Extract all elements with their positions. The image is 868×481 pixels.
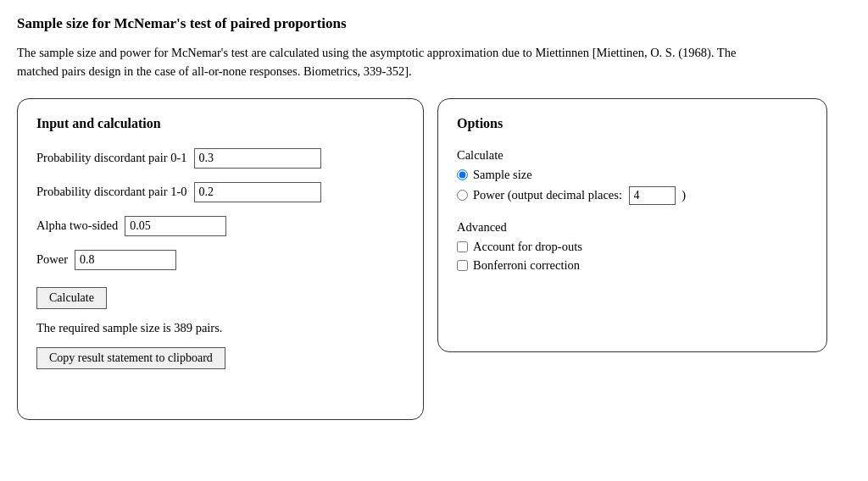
- power-radio-label[interactable]: Power (output decimal places: ): [473, 186, 686, 205]
- alpha-label: Alpha two-sided: [36, 218, 118, 233]
- alpha-row: Alpha two-sided: [36, 216, 404, 236]
- sample-size-radio-label[interactable]: Sample size: [473, 168, 532, 182]
- prob-01-label: Probability discordant pair 0-1: [36, 151, 187, 165]
- power-radio[interactable]: [457, 190, 468, 201]
- dropouts-checkbox[interactable]: [457, 241, 468, 252]
- sample-size-radio-row: Sample size: [457, 168, 808, 182]
- bonferroni-label[interactable]: Bonferroni correction: [473, 258, 580, 273]
- calculate-button[interactable]: Calculate: [36, 287, 107, 309]
- calculate-section: Calculate Sample size Power (output deci…: [457, 148, 808, 205]
- prob-10-input[interactable]: [194, 182, 321, 202]
- power-radio-paren: ): [682, 188, 686, 202]
- prob-10-row: Probability discordant pair 1-0: [36, 182, 404, 202]
- dropouts-checkbox-row: Account for drop-outs: [457, 240, 808, 254]
- page-description: The sample size and power for McNemar's …: [17, 44, 780, 81]
- power-radio-row: Power (output decimal places: ): [457, 186, 808, 205]
- left-panel: Input and calculation Probability discor…: [17, 98, 424, 420]
- power-label: Power: [36, 252, 68, 267]
- dropouts-label[interactable]: Account for drop-outs: [473, 240, 582, 254]
- right-panel: Options Calculate Sample size Power (out…: [437, 98, 827, 352]
- alpha-input[interactable]: [125, 216, 226, 236]
- page-title: Sample size for McNemar's test of paired…: [17, 15, 851, 32]
- prob-10-label: Probability discordant pair 1-0: [36, 185, 187, 199]
- advanced-section: Advanced Account for drop-outs Bonferron…: [457, 220, 808, 273]
- power-input[interactable]: [75, 250, 176, 270]
- left-panel-title: Input and calculation: [36, 116, 404, 131]
- panels-container: Input and calculation Probability discor…: [17, 98, 851, 420]
- power-row: Power: [36, 250, 404, 270]
- bonferroni-checkbox[interactable]: [457, 260, 468, 271]
- prob-01-input[interactable]: [194, 148, 321, 169]
- calculate-section-label: Calculate: [457, 148, 808, 163]
- bonferroni-checkbox-row: Bonferroni correction: [457, 258, 808, 273]
- prob-01-row: Probability discordant pair 0-1: [36, 148, 404, 169]
- sample-size-radio[interactable]: [457, 169, 468, 180]
- result-text: The required sample size is 389 pairs.: [36, 321, 404, 335]
- copy-result-button[interactable]: Copy result statement to clipboard: [36, 347, 225, 369]
- decimal-places-input[interactable]: [629, 186, 676, 205]
- right-panel-title: Options: [457, 116, 808, 131]
- advanced-section-label: Advanced: [457, 220, 808, 235]
